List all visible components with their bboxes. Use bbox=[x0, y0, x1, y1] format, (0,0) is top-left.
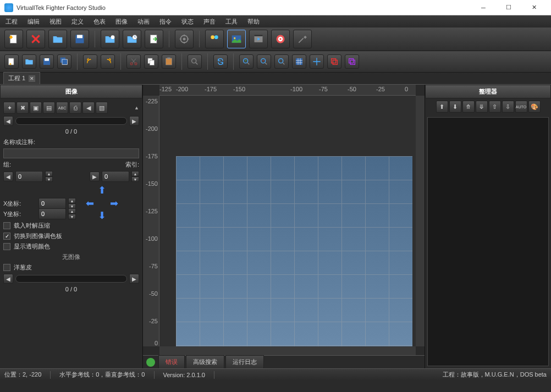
undo-button[interactable] bbox=[83, 54, 97, 69]
add-image-icon[interactable]: ✦ bbox=[3, 102, 15, 114]
group-prev[interactable]: ◀ bbox=[3, 172, 13, 181]
toolbar-secondary: ✦ + − bbox=[0, 51, 551, 73]
index-value[interactable]: 0 bbox=[102, 171, 129, 182]
print-icon[interactable]: ⎙ bbox=[69, 102, 81, 114]
svg-point-17 bbox=[279, 38, 281, 40]
layer2-button[interactable] bbox=[345, 54, 359, 69]
save-button[interactable] bbox=[70, 30, 89, 48]
menu-palette[interactable]: 色表 bbox=[91, 16, 108, 27]
layer1-button[interactable] bbox=[327, 54, 341, 69]
new-button[interactable] bbox=[4, 30, 23, 48]
dpad-down[interactable]: ⬇ bbox=[98, 209, 106, 222]
transparent-checkbox[interactable] bbox=[3, 243, 10, 250]
index-next[interactable]: ▶ bbox=[90, 172, 100, 181]
name-input[interactable] bbox=[3, 148, 139, 158]
cut-button[interactable] bbox=[126, 54, 141, 69]
menu-edit[interactable]: 编辑 bbox=[25, 16, 42, 27]
onion-prev[interactable]: ◀ bbox=[3, 274, 13, 284]
open-file-button[interactable] bbox=[22, 54, 36, 69]
log-tab[interactable]: 运行日志 bbox=[225, 355, 264, 368]
x-stepper[interactable]: ▲▼ bbox=[68, 198, 76, 209]
duplicate-icon[interactable]: ▣ bbox=[30, 102, 42, 114]
dpad-up[interactable]: ⬆ bbox=[98, 184, 106, 196]
zoomin-button[interactable]: + bbox=[239, 54, 254, 69]
redo-button[interactable] bbox=[101, 54, 115, 69]
group-stepper[interactable]: ▲▼ bbox=[45, 171, 53, 182]
animation-button[interactable] bbox=[249, 30, 268, 48]
delete-button[interactable] bbox=[26, 30, 45, 48]
slider-prev[interactable]: ◀ bbox=[3, 116, 13, 126]
image-slider[interactable] bbox=[15, 117, 127, 125]
scrollbar-vertical[interactable] bbox=[416, 96, 425, 346]
remove-icon[interactable]: ▤ bbox=[43, 102, 55, 114]
debug-button[interactable] bbox=[271, 30, 290, 48]
find-button[interactable] bbox=[188, 54, 202, 69]
saveall-button[interactable] bbox=[57, 54, 71, 69]
errors-tab[interactable]: 错误 bbox=[158, 355, 185, 368]
picture-icon[interactable]: ▧ bbox=[96, 102, 108, 114]
delete-image-icon[interactable]: ✖ bbox=[16, 102, 29, 114]
titlebar: VirtuallTek Fighter Factory Studio ─ ☐ ✕ bbox=[0, 0, 551, 15]
y-value[interactable]: 0 bbox=[38, 208, 66, 219]
organizer-canvas[interactable] bbox=[427, 117, 549, 366]
decompress-checkbox[interactable] bbox=[3, 222, 10, 229]
menu-project[interactable]: 工程 bbox=[3, 16, 20, 27]
open-button[interactable] bbox=[48, 30, 67, 48]
dpad-left[interactable]: ⬅ bbox=[86, 197, 94, 209]
scrollbar-horizontal[interactable] bbox=[159, 346, 416, 355]
search-tab[interactable]: 高级搜索 bbox=[186, 355, 224, 368]
maximize-button[interactable]: ☐ bbox=[496, 0, 521, 15]
onion-slider[interactable] bbox=[15, 275, 127, 283]
users-button[interactable] bbox=[205, 30, 224, 48]
auto-icon[interactable]: AUTO bbox=[515, 101, 527, 113]
grid-button[interactable] bbox=[292, 54, 306, 69]
new-file-button[interactable]: ✦ bbox=[4, 54, 19, 69]
menu-view[interactable]: 视图 bbox=[47, 16, 64, 27]
project-tab[interactable]: 工程 1 ✕ bbox=[3, 72, 40, 84]
paste-button[interactable] bbox=[162, 54, 176, 69]
zoomout-button[interactable]: − bbox=[257, 54, 271, 69]
refresh-button[interactable] bbox=[213, 54, 228, 69]
move-down-icon[interactable]: ⬇ bbox=[449, 101, 461, 113]
zoomfit-button[interactable] bbox=[274, 54, 289, 69]
abc-icon[interactable]: ABC bbox=[56, 102, 68, 114]
palette-icon[interactable]: 🎨 bbox=[528, 101, 541, 113]
x-value[interactable]: 0 bbox=[38, 198, 66, 209]
copy-button[interactable] bbox=[144, 54, 158, 69]
menu-anim[interactable]: 动画 bbox=[135, 16, 152, 27]
bottom-icon[interactable]: ⇩ bbox=[502, 101, 514, 113]
palette-checkbox[interactable] bbox=[3, 233, 10, 240]
move-up-icon[interactable]: ⬆ bbox=[436, 101, 448, 113]
export-button[interactable] bbox=[145, 30, 163, 48]
dpad-right[interactable]: ➡ bbox=[110, 197, 118, 209]
settings-button[interactable] bbox=[175, 30, 194, 48]
onion-checkbox[interactable] bbox=[3, 264, 10, 271]
menu-sound[interactable]: 声音 bbox=[201, 16, 218, 27]
recent-button[interactable] bbox=[123, 30, 141, 48]
crosshair-button[interactable] bbox=[310, 54, 324, 69]
group-value[interactable]: 0 bbox=[15, 171, 43, 182]
menu-state[interactable]: 状态 bbox=[179, 16, 196, 27]
menu-help[interactable]: 帮助 bbox=[245, 16, 262, 27]
chevron-up-icon[interactable]: ▲ bbox=[134, 105, 139, 111]
y-stepper[interactable]: ▲▼ bbox=[68, 208, 76, 219]
image-mode-button[interactable] bbox=[227, 30, 246, 48]
move-down10-icon[interactable]: ⤋ bbox=[476, 101, 488, 113]
menu-define[interactable]: 定义 bbox=[69, 16, 86, 27]
move-up10-icon[interactable]: ⤊ bbox=[462, 101, 475, 113]
menu-command[interactable]: 指令 bbox=[157, 16, 174, 27]
index-stepper[interactable]: ▲▼ bbox=[131, 171, 139, 182]
minimize-button[interactable]: ─ bbox=[471, 0, 496, 15]
onion-next[interactable]: ▶ bbox=[129, 274, 139, 284]
slider-next[interactable]: ▶ bbox=[129, 116, 139, 126]
menu-image[interactable]: 图像 bbox=[113, 16, 130, 27]
prev-icon[interactable]: ◀ bbox=[82, 102, 95, 114]
top-icon[interactable]: ⇧ bbox=[489, 101, 501, 113]
import-button[interactable] bbox=[101, 30, 119, 48]
save-file-button[interactable] bbox=[40, 54, 54, 69]
menu-tools[interactable]: 工具 bbox=[223, 16, 240, 27]
tools-button[interactable] bbox=[293, 30, 312, 48]
canvas[interactable] bbox=[159, 96, 416, 346]
close-button[interactable]: ✕ bbox=[521, 0, 547, 15]
tab-close-icon[interactable]: ✕ bbox=[29, 75, 35, 82]
